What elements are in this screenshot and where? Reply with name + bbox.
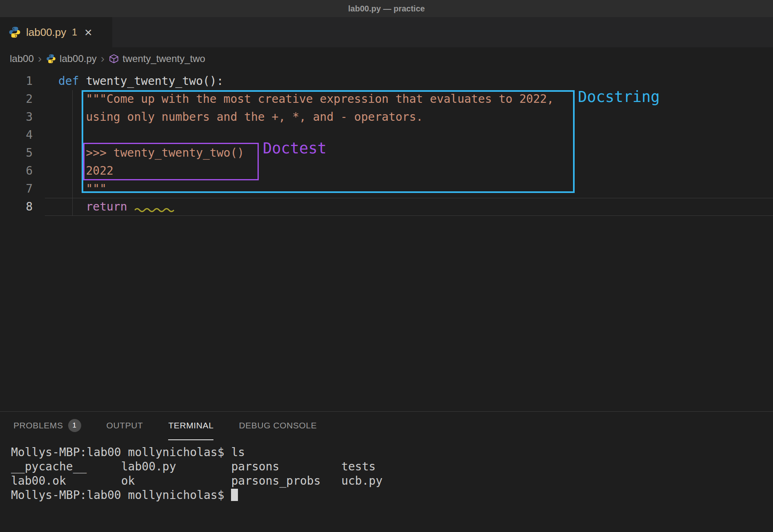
terminal-output[interactable]: Mollys-MBP:lab00 mollynicholas$ ls __pyc…: [0, 440, 773, 502]
terminal-prompt: Mollys-MBP:lab00 mollynicholas$: [11, 488, 231, 502]
tab-label: lab00.py: [26, 26, 66, 39]
python-icon: [46, 53, 56, 64]
code-editor[interactable]: 1 def twenty_twenty_two(): 2 """Come up …: [0, 70, 773, 411]
breadcrumb-file[interactable]: lab00.py: [46, 53, 97, 64]
terminal-line: __pycache__ lab00.py parsons tests: [11, 459, 773, 474]
code-text: def twenty_twenty_two():: [33, 72, 224, 90]
docstring-close-text: """: [33, 180, 107, 198]
terminal-cursor: [231, 489, 238, 501]
doctest-call-text: >>> twenty_twenty_two(): [33, 144, 244, 162]
breadcrumb-folder-label: lab00: [10, 53, 34, 64]
tab-problems[interactable]: PROBLEMS 1: [13, 412, 81, 440]
problems-count-badge: 1: [68, 419, 81, 432]
line-number[interactable]: 1: [0, 72, 33, 90]
symbol-cube-icon: [109, 53, 119, 64]
breadcrumb-symbol-label: twenty_twenty_two: [122, 53, 205, 64]
breadcrumb-symbol[interactable]: twenty_twenty_two: [109, 53, 205, 64]
window-title: lab00.py — practice: [348, 4, 425, 13]
breadcrumb-folder[interactable]: lab00: [10, 53, 34, 64]
warning-squiggle-icon: [135, 207, 175, 212]
line-number[interactable]: 2: [0, 90, 33, 108]
terminal-label: TERMINAL: [168, 421, 213, 430]
chevron-right-icon: ›: [38, 52, 42, 65]
terminal-line: lab00.ok ok parsons_probs ucb.py: [11, 474, 773, 488]
code-line-1[interactable]: 1 def twenty_twenty_two():: [0, 72, 773, 90]
code-line-6[interactable]: 6 2022: [0, 162, 773, 180]
docstring-text: [33, 126, 58, 144]
tab-problems-count: 1: [72, 27, 77, 38]
line-number[interactable]: 5: [0, 144, 33, 162]
keyword-return: return: [58, 200, 134, 213]
tab-debug-console[interactable]: DEBUG CONSOLE: [239, 412, 317, 440]
python-icon: [8, 26, 21, 39]
function-signature: twenty_twenty_two():: [86, 74, 223, 88]
close-icon[interactable]: ×: [84, 26, 92, 39]
code-text: return: [33, 198, 175, 216]
code-line-8[interactable]: 8 return: [0, 198, 773, 216]
code-line-5[interactable]: 5 >>> twenty_twenty_two(): [0, 144, 773, 162]
line-number[interactable]: 6: [0, 162, 33, 180]
problems-label: PROBLEMS: [13, 421, 63, 430]
output-label: OUTPUT: [107, 421, 143, 430]
docstring-annotation-label: Docstring: [578, 88, 660, 106]
chevron-right-icon: ›: [101, 52, 104, 65]
doctest-result-text: 2022: [33, 162, 113, 180]
code-line-3[interactable]: 3 using only numbers and the +, *, and -…: [0, 108, 773, 126]
line-number[interactable]: 3: [0, 108, 33, 126]
tab-bar: lab00.py 1 ×: [0, 17, 773, 47]
tab-lab00py[interactable]: lab00.py 1 ×: [0, 17, 112, 47]
panel-tab-bar: PROBLEMS 1 OUTPUT TERMINAL DEBUG CONSOLE: [0, 412, 773, 440]
titlebar: lab00.py — practice: [0, 0, 773, 17]
breadcrumb-file-label: lab00.py: [60, 53, 97, 64]
line-number[interactable]: 7: [0, 180, 33, 198]
code-line-4[interactable]: 4: [0, 126, 773, 144]
tab-output[interactable]: OUTPUT: [107, 412, 143, 440]
debug-console-label: DEBUG CONSOLE: [239, 421, 317, 430]
terminal-line: Mollys-MBP:lab00 mollynicholas$ ls: [11, 445, 773, 459]
breadcrumb: lab00 › lab00.py › twenty_twen: [0, 47, 773, 70]
docstring-text: """Come up with the most creative expres…: [33, 90, 554, 108]
vscode-window: lab00.py — practice lab00.py 1 × lab00 ›: [0, 0, 773, 532]
code-line-7[interactable]: 7 """: [0, 180, 773, 198]
docstring-text: using only numbers and the +, *, and - o…: [33, 108, 423, 126]
line-number[interactable]: 4: [0, 126, 33, 144]
doctest-annotation-label: Doctest: [263, 140, 327, 157]
tab-terminal[interactable]: TERMINAL: [168, 412, 213, 440]
line-number[interactable]: 8: [0, 198, 33, 216]
bottom-panel: PROBLEMS 1 OUTPUT TERMINAL DEBUG CONSOLE…: [0, 411, 773, 532]
terminal-prompt-line: Mollys-MBP:lab00 mollynicholas$: [11, 488, 773, 502]
keyword-def: def: [58, 74, 86, 88]
